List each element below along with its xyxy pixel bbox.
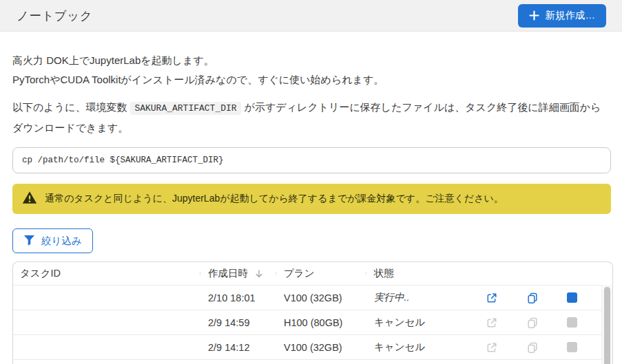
task-created-at: 2/10 18:01 [200,292,276,303]
task-status: 実行中.. [366,291,462,304]
sort-desc-icon[interactable] [254,269,264,279]
copy-button [526,317,539,329]
page-title: ノートブック [17,8,92,24]
billing-warning-banner: 通常のタスクと同じように、JupyterLabが起動してから終了するまでが課金対… [12,184,611,214]
column-header-created-at[interactable]: 作成日時 [200,267,276,280]
filter-funnel-icon [23,235,35,248]
table-row: 2/10 18:01 V100 (32GB) 実行中.. [13,285,602,310]
env-text-before: 以下のように、環境変数 [12,101,127,113]
open-external-button[interactable] [486,292,498,304]
task-plan: H100 (80GB) [276,317,366,328]
table-row: 2/9 14:59 H100 (80GB) キャンセル [13,310,602,334]
plus-icon [529,10,539,21]
stop-task-button [567,342,577,352]
page-header: ノートブック 新規作成… [0,0,622,32]
warning-message: 通常のタスクと同じように、JupyterLabが起動してから終了するまでが課金対… [45,193,504,205]
stop-icon [567,342,577,352]
env-var-paragraph: 以下のように、環境変数SAKURA_ARTIFACT_DIRが示すディレクトリー… [12,98,611,138]
open-external-button [486,317,498,329]
task-created-at: 2/9 14:59 [200,317,276,328]
intro-text: 高火力 DOK上でJupyterLabを起動します。 PyTorchやCUDA … [12,51,611,89]
create-new-label: 新規作成… [546,9,596,22]
copy-icon [526,341,539,354]
notebook-page: ノートブック 新規作成… 高火力 DOK上でJupyterLabを起動します。 … [0,0,622,364]
task-plan: V100 (32GB) [276,342,366,353]
create-new-button[interactable]: 新規作成… [518,4,607,28]
open-external-button [486,341,498,354]
column-header-plan: プラン [276,267,366,280]
task-table: タスクID 作成日時 プラン 状態 2/10 18:01 V100 (32GB)… [12,261,613,364]
stop-icon [567,317,577,328]
task-status: キャンセル [366,316,462,329]
code-command: cp /path/to/file ${SAKURA_ARTIFACT_DIR} [22,156,224,165]
table-row: 2/9 14:12 V100 (32GB) キャンセル [13,334,602,359]
task-created-at: 2/9 14:12 [200,342,276,353]
column-header-task-id: タスクID [13,267,200,280]
copy-icon [526,317,539,329]
stop-task-button [567,317,577,328]
stop-icon [567,292,577,303]
scrollbar-thumb[interactable] [604,287,610,364]
task-status: キャンセル [366,341,462,354]
intro-line-1: 高火力 DOK上でJupyterLabを起動します。 [12,51,611,70]
table-body: 2/10 18:01 V100 (32GB) 実行中.. [13,285,612,359]
intro-line-2: PyTorchやCUDA Toolkitがインストール済みなので、すぐに使い始め… [12,70,611,89]
table-scrollbar[interactable] [601,285,612,364]
copy-button [526,341,539,354]
created-at-label: 作成日時 [208,267,248,280]
filter-label: 絞り込み [41,235,82,248]
column-header-status: 状態 [366,267,462,280]
warning-icon [22,191,37,207]
filter-button[interactable]: 絞り込み [12,228,93,253]
copy-icon [526,292,539,304]
task-plan: V100 (32GB) [276,292,366,303]
table-row-partial [13,359,602,364]
stop-task-button[interactable] [567,292,577,303]
copy-button[interactable] [526,292,539,304]
table-header-row: タスクID 作成日時 プラン 状態 [13,262,612,285]
code-block: cp /path/to/file ${SAKURA_ARTIFACT_DIR} [12,147,611,173]
env-var-code: SAKURA_ARTIFACT_DIR [130,102,240,115]
